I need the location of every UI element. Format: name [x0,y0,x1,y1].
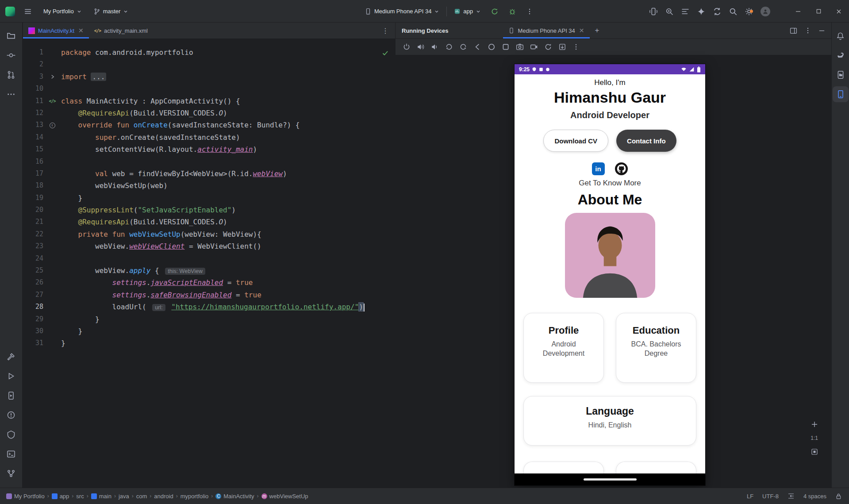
build-tool-button[interactable] [3,349,19,365]
device-selector[interactable]: Medium Phone API 34 [362,6,442,17]
device-mirroring-icon[interactable] [649,7,658,16]
encoding-widget[interactable]: UTF-8 [762,493,779,500]
main-menu-button[interactable] [21,6,35,17]
lock-icon[interactable] [835,493,842,500]
breadcrumb-item[interactable]: mwebViewSetUp [261,493,308,500]
more-vertical-icon[interactable] [572,43,580,50]
rotate-right-icon[interactable] [459,43,467,51]
run-configuration-selector[interactable]: app [451,6,484,16]
more-tool-windows-button[interactable] [3,86,19,102]
education-card[interactable]: Education BCA. Bachelors Degree [616,313,696,383]
tab-activity-main-xml[interactable]: </> activity_main.xml [89,23,153,38]
app-quality-insights-tool-button[interactable] [3,427,19,442]
zoom-in-icon[interactable] [811,421,818,428]
close-button[interactable] [829,0,849,23]
back-icon[interactable] [473,43,481,51]
download-cv-button[interactable]: Download CV [543,130,608,152]
search-everywhere-icon[interactable] [729,7,738,16]
fold-arrow-icon[interactable] [43,71,61,83]
indent-icon[interactable] [788,492,795,500]
logcat-icon[interactable] [681,7,690,16]
code-line[interactable]: 12 @RequiresApi(Build.VERSION_CODES.O) [23,107,395,119]
indent-widget[interactable]: 4 spaces [803,493,826,500]
overrides-icon[interactable]: ↑ [43,119,61,131]
gemini-icon[interactable] [697,7,706,16]
device-tab[interactable]: Medium Phone API 34 ✕ [503,23,589,38]
emulator-screen[interactable]: 9:25 Hello, I'm Himanshu Gaur Android De… [515,64,705,485]
code-line[interactable]: 10 [23,83,395,95]
breadcrumb-item[interactable]: com [136,493,147,500]
breadcrumb-item[interactable]: src [76,493,84,500]
code-line[interactable]: 3import ... [23,71,395,83]
code-line[interactable]: 31} [23,337,395,349]
volume-down-icon[interactable] [431,43,439,51]
code-line[interactable]: 28 loadUrl( url: "https://himanshugaurpo… [23,301,395,313]
settings-button[interactable] [745,7,753,16]
home-icon[interactable] [488,43,496,51]
breadcrumb-item[interactable]: CMainActivity [215,493,254,500]
breadcrumb-item[interactable]: android [154,493,173,500]
more-actions-button[interactable] [523,6,536,17]
zoom-ratio-label[interactable]: 1:1 [811,435,818,441]
device-explorer-button[interactable] [833,67,849,83]
contact-info-button[interactable]: Contact Info [616,130,676,152]
breadcrumb-item[interactable]: app [52,493,69,500]
language-card[interactable]: Language Hindi, English [523,396,696,446]
run-tool-button[interactable] [3,368,19,384]
code-line[interactable]: 17 val web = findViewById<WebView>(R.id.… [23,168,395,180]
project-widget[interactable]: My Portfolio [41,6,85,16]
volume-up-icon[interactable] [417,43,425,51]
find-in-files-icon[interactable] [665,7,674,16]
code-line[interactable]: 13↑ override fun onCreate(savedInstanceS… [23,119,395,131]
profile-card[interactable]: Profile Android Development [523,313,604,383]
snapshots-icon[interactable] [558,43,566,51]
power-icon[interactable] [403,43,411,51]
screen-record-icon[interactable] [530,43,538,51]
running-devices-button[interactable] [833,86,849,102]
version-control-tool-button[interactable] [3,466,19,481]
code-line[interactable]: 29 } [23,313,395,325]
project-tool-button[interactable] [3,28,19,44]
device-manager-tool-button[interactable] [3,388,19,404]
code-line[interactable]: 19 } [23,192,395,204]
vcs-branch-widget[interactable]: master [91,6,131,17]
code-line[interactable]: 1package com.android.myportfolio [23,46,395,58]
code-line[interactable]: 22 private fun webViewSetUp(webView: Web… [23,228,395,240]
code-line[interactable]: 27 settings.safeBrowsingEnabled = true [23,289,395,301]
breadcrumb-item[interactable]: main [91,493,111,500]
terminal-tool-button[interactable] [3,446,19,462]
tab-close-icon[interactable]: ✕ [78,27,84,34]
breadcrumb-item[interactable]: My Portfolio [6,493,45,500]
inspections-ok-icon[interactable] [382,50,389,57]
restart-icon[interactable] [544,43,552,51]
linkedin-icon[interactable]: in [592,162,605,175]
related-xml-icon[interactable]: </> [43,95,61,107]
notifications-button[interactable] [833,28,849,44]
rerun-button[interactable] [488,6,501,17]
code-line[interactable]: 16 [23,156,395,168]
code-line[interactable]: 26 settings.javaScriptEnabled = true [23,277,395,289]
hide-panel-icon[interactable] [818,27,825,34]
code-line[interactable]: 15 setContentView(R.layout.activity_main… [23,143,395,155]
code-line[interactable]: 25 webView.apply { this: WebView [23,265,395,277]
account-avatar[interactable] [761,7,770,16]
fit-to-screen-icon[interactable] [811,448,818,455]
rotate-left-icon[interactable] [445,43,453,51]
breadcrumb-item[interactable]: myportfolio [181,493,209,500]
github-icon[interactable] [615,162,628,176]
breadcrumb-item[interactable]: java [119,493,129,500]
code-line[interactable]: 14 super.onCreate(savedInstanceState) [23,131,395,143]
commit-tool-button[interactable] [3,47,19,63]
add-device-tab-button[interactable]: + [590,26,605,35]
tab-close-icon[interactable]: ✕ [579,27,584,34]
debug-button[interactable] [506,6,519,17]
split-view-icon[interactable] [790,27,797,35]
sync-project-icon[interactable] [713,7,722,16]
code-line[interactable]: 2 [23,58,395,70]
maximize-button[interactable] [808,0,829,23]
code-editor[interactable]: 1package com.android.myportfolio23import… [23,39,395,488]
tab-mainactivity[interactable]: MainActivity.kt ✕ [23,23,89,38]
more-vertical-icon[interactable] [804,27,811,34]
code-line[interactable]: 11</>class MainActivity : AppCompatActiv… [23,95,395,107]
screenshot-icon[interactable] [516,43,524,51]
